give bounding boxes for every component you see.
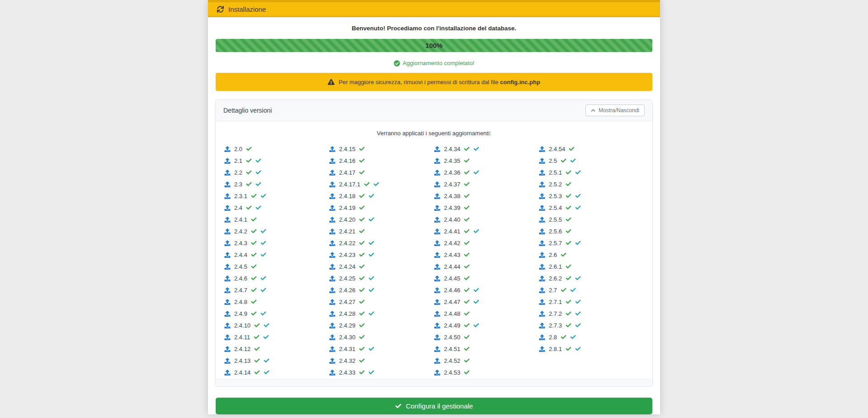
version-item: 2.5.6 [539, 225, 644, 237]
versions-panel: Dettaglio versioni Mostra/Nascondi Verra… [215, 100, 653, 387]
check-success-icon [359, 299, 365, 304]
check-success-icon [246, 205, 252, 210]
version-label: 2.4.27 [339, 299, 355, 305]
version-item: 2.5.1 [539, 166, 644, 178]
check-success-icon [364, 181, 370, 187]
check-success-icon [254, 323, 260, 328]
version-label: 2.4.18 [339, 193, 355, 200]
check-info-icon [575, 205, 581, 210]
check-success-icon [464, 299, 470, 304]
check-success-icon [566, 264, 571, 269]
version-item: 2.4.7 [224, 284, 329, 296]
check-success-icon [251, 193, 257, 199]
upload-icon [434, 217, 440, 223]
version-item: 2.4.5 [224, 261, 329, 272]
check-info-icon [575, 311, 581, 316]
upload-icon [434, 346, 440, 352]
version-label: 2.4.1 [234, 216, 247, 223]
upload-icon [434, 193, 440, 199]
version-item: 2.3.1 [224, 190, 329, 202]
upload-icon [224, 252, 231, 258]
check-success-icon [254, 334, 259, 340]
version-label: 2.0 [234, 146, 242, 152]
check-success-icon [464, 252, 470, 257]
check-success-icon [566, 170, 571, 175]
upload-icon [329, 146, 335, 152]
version-item: 2.7.3 [539, 319, 644, 331]
check-info-icon [473, 170, 479, 175]
upload-icon [224, 276, 231, 281]
check-success-icon [359, 276, 365, 281]
upload-icon [329, 323, 335, 328]
version-item: 2.4.13 [224, 355, 329, 366]
version-item: 2.4.12 [224, 343, 329, 355]
version-item: 2.4.2 [224, 225, 329, 237]
version-item: 2.5.4 [539, 202, 644, 214]
upload-icon [224, 370, 231, 375]
check-success-icon [464, 240, 470, 246]
version-label: 2.4.9 [234, 310, 247, 317]
version-label: 2.4.11 [234, 334, 250, 341]
versions-column-3: 2.4.342.4.352.4.362.4.372.4.382.4.392.4.… [434, 143, 539, 378]
check-success-icon [464, 217, 470, 222]
check-info-icon [368, 287, 374, 293]
check-success-icon [464, 346, 470, 352]
check-info-icon [368, 370, 374, 375]
version-item: 2.4.42 [434, 237, 539, 249]
check-success-icon [359, 205, 365, 210]
upload-icon [224, 346, 231, 352]
upload-icon [224, 358, 231, 364]
version-label: 2.4.10 [234, 322, 250, 329]
version-item: 2.1 [224, 155, 329, 166]
check-circle-icon [394, 60, 400, 66]
version-item: 2.4.54 [539, 143, 644, 155]
upload-icon [224, 323, 231, 328]
version-item: 2.4.17 [329, 166, 434, 178]
check-info-icon [368, 346, 374, 352]
check-success-icon [359, 240, 365, 246]
version-item: 2.6 [539, 249, 644, 261]
upload-icon [434, 170, 440, 176]
upload-icon [329, 370, 335, 375]
update-complete-status: Aggiornamento completato! [208, 60, 660, 66]
check-success-icon [566, 193, 571, 199]
check-success-icon [464, 323, 470, 328]
version-label: 2.4.23 [339, 252, 355, 258]
version-item: 2.5.7 [539, 237, 644, 249]
versions-intro-text: Verranno applicati i seguenti aggiorname… [224, 130, 644, 137]
version-item: 2.4.25 [329, 272, 434, 284]
version-label: 2.5 [549, 157, 557, 164]
version-label: 2.4.25 [339, 275, 355, 282]
version-item: 2.4.14 [224, 366, 329, 378]
version-item: 2.5.5 [539, 214, 644, 225]
version-label: 2.8.1 [549, 346, 562, 352]
check-success-icon [359, 370, 365, 375]
version-item: 2.4.43 [434, 249, 539, 261]
version-item: 2.4.33 [329, 366, 434, 378]
check-success-icon [254, 370, 260, 375]
upload-icon [434, 311, 440, 317]
upload-icon [539, 193, 545, 199]
check-info-icon [575, 299, 581, 304]
version-label: 2.4.46 [444, 287, 460, 294]
version-item: 2.4.20 [329, 214, 434, 225]
check-info-icon [255, 158, 261, 163]
warning-file-name: config.inc.php [500, 79, 540, 86]
version-label: 2.7 [549, 287, 557, 294]
versions-column-1: 2.02.12.22.32.3.12.42.4.12.4.22.4.32.4.4… [224, 143, 329, 378]
upload-icon [434, 181, 440, 187]
version-item: 2.4.19 [329, 202, 434, 214]
configure-button[interactable]: Configura il gestionale [216, 398, 652, 414]
upload-icon [539, 276, 545, 281]
check-success-icon [251, 311, 257, 316]
version-item: 2.6.1 [539, 261, 644, 272]
upload-icon [329, 264, 335, 270]
show-hide-button[interactable]: Mostra/Nascondi [585, 104, 645, 116]
check-success-icon [464, 205, 470, 210]
version-item: 2.4.30 [329, 331, 434, 343]
upload-icon [329, 299, 335, 305]
version-label: 2.4.20 [339, 216, 355, 223]
version-label: 2.7.2 [549, 310, 562, 317]
version-label: 2.4.35 [444, 157, 460, 164]
version-label: 2.5.1 [549, 169, 562, 176]
